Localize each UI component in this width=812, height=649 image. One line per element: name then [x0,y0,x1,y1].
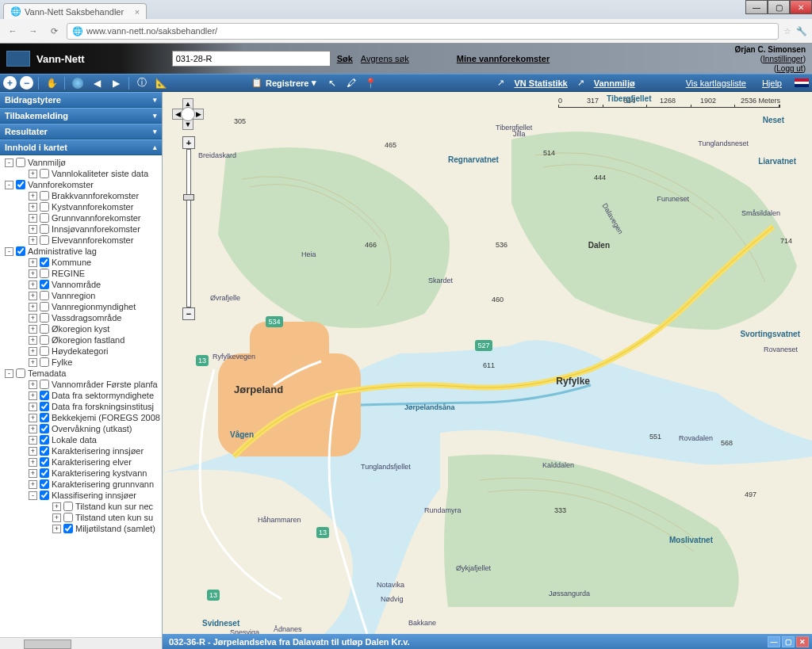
tree-checkbox[interactable] [63,502,73,511]
tree-checkbox[interactable] [40,491,49,500]
nav-forward-button[interactable]: → [25,23,41,39]
hjelp-link[interactable]: Hjelp [762,78,782,88]
tree-expander[interactable]: + [29,281,37,289]
tree-item-tilstand_uten[interactable]: +Tilstand uten kun su [3,512,162,523]
tree-item-kar_kystvann[interactable]: +Karakterisering kystvann [3,468,162,479]
zoom-slider-handle[interactable] [183,194,194,200]
tree-item-kystvann[interactable]: +Kystvannforekomster [3,201,162,212]
tree-checkbox[interactable] [40,224,49,234]
tree-checkbox[interactable] [40,346,49,356]
panel-innhold[interactable]: Innhold i kartet▴ [0,139,162,155]
tree-checkbox[interactable] [40,413,49,422]
tree-item-okoregion_kyst[interactable]: +Økoregion kyst [3,323,162,334]
window-minimize-button[interactable]: — [745,0,768,14]
horizontal-scrollbar[interactable] [0,637,162,649]
tree-checkbox[interactable] [63,524,73,533]
tree-expander[interactable]: + [29,303,37,311]
nav-prev-tool[interactable]: ◀ [89,76,105,90]
nav-back-button[interactable]: ← [5,23,21,39]
tree-item-temadata[interactable]: -Temadata [3,368,162,379]
tree-checkbox[interactable] [40,313,49,323]
tree-checkbox[interactable] [16,180,25,189]
nav-next-tool[interactable]: ▶ [108,76,124,90]
tree-checkbox[interactable] [63,513,73,522]
highlight-tool[interactable]: 🖍 [343,76,359,90]
tree-item-lokale_data[interactable]: +Lokale data [3,434,162,445]
tree-item-kar_innsjoer[interactable]: +Karakterisering innsjøer [3,445,162,456]
tree-expander[interactable]: + [29,458,37,467]
tree-checkbox[interactable] [16,158,25,167]
tree-checkbox[interactable] [40,424,49,433]
tree-expander[interactable]: + [29,269,37,278]
tree-item-vannmiljo[interactable]: -Vannmiljø [3,157,162,168]
window-maximize-button[interactable]: ▢ [768,0,790,14]
pointer-tool[interactable]: ↖ [324,76,340,90]
tree-item-kar_grunnvann[interactable]: +Karakterisering grunnvann [3,479,162,490]
status-close-button[interactable]: ✕ [796,636,809,647]
tree-checkbox[interactable] [40,457,49,467]
tree-checkbox[interactable] [40,380,49,389]
tree-item-okoregion_fastland[interactable]: +Økoregion fastland [3,334,162,345]
vannmiljo-link[interactable]: Vannmiljø [594,78,635,88]
tree-item-overvakning[interactable]: +Overvåkning (utkast) [3,423,162,434]
tree-checkbox[interactable] [40,391,49,400]
search-input[interactable] [172,51,331,67]
tree-expander[interactable]: + [29,325,37,334]
advanced-search-link[interactable]: Avgrens søk [361,54,409,63]
pan-center-button[interactable] [181,107,195,121]
flag-icon[interactable] [795,78,809,87]
tree-expander[interactable]: + [29,358,37,367]
tree-expander[interactable]: + [52,502,61,511]
tree-checkbox[interactable] [40,357,49,367]
globe-tool[interactable] [70,76,86,90]
add-point-tool[interactable]: 📍 [362,76,378,90]
tree-expander[interactable]: + [29,336,37,345]
tree-checkbox[interactable] [40,191,49,200]
zoom-out-button[interactable]: − [182,307,195,320]
tree-item-vannregion[interactable]: +Vannregion [3,290,162,301]
tree-item-vannregionmyndighet[interactable]: +Vannregionmyndighet [3,301,162,312]
tree-expander[interactable]: + [29,380,37,389]
tree-item-vannomrade[interactable]: +Vannområde [3,279,162,290]
tree-checkbox[interactable] [40,258,49,267]
map[interactable]: 534 527 13 13 13 ▲ ▼ ◀ ▶ + − 0 [163,92,812,649]
tree-item-brakkvann[interactable]: +Brakkvannforekomster [3,190,162,201]
tree-checkbox[interactable] [40,302,49,311]
tree-item-administrative[interactable]: -Administrative lag [3,246,162,257]
tree-item-data_forskning[interactable]: +Data fra forskningsinstitusj [3,401,162,412]
tree-item-hoydekategori[interactable]: +Høydekategori [3,345,162,357]
tree-expander[interactable]: - [5,247,13,256]
pan-tool[interactable]: ✋ [44,76,59,90]
tree-expander[interactable]: + [29,403,37,411]
tree-expander[interactable]: + [29,480,37,489]
tree-item-fylke[interactable]: +Fylke [3,357,162,368]
browser-tab[interactable]: 🌐 Vann-Nett Saksbehandler × [3,3,147,19]
settings-link[interactable]: Innstillinger [763,55,803,63]
tree-item-elvevann[interactable]: +Elvevannforekomster [3,235,162,246]
tree-checkbox[interactable] [40,291,49,300]
tree-item-tilstand_sur[interactable]: +Tilstand kun sur nec [3,501,162,512]
tree-item-bekkekjemi[interactable]: +Bekkekjemi (FOREGS 2008 [3,412,162,423]
tree-item-vannomrader_forste[interactable]: +Vannområder Første planfa [3,379,162,390]
tree-expander[interactable]: + [29,292,37,300]
tree-item-miljotilstand[interactable]: +Miljøtilstand (samlet) [3,523,162,534]
zoom-in-tool[interactable]: + [3,76,17,90]
tree-item-klass_innsjoer[interactable]: -Klassifisering innsjøer [3,490,162,501]
bookmark-star-icon[interactable]: ☆ [783,26,791,36]
tree-item-innsjovann[interactable]: +Innsjøvannforekomster [3,223,162,235]
tree-expander[interactable]: + [29,203,37,212]
tree-checkbox[interactable] [40,235,49,245]
measure-tool[interactable]: 📐 [153,76,169,90]
window-close-button[interactable]: ✕ [790,0,812,14]
registrere-menu[interactable]: 📋 Registrere ▾ [247,78,321,88]
tree-expander[interactable]: - [5,369,13,378]
settings-wrench-icon[interactable]: 🔧 [796,26,807,36]
tree-checkbox[interactable] [40,324,49,334]
tree-checkbox[interactable] [40,446,49,456]
tree-checkbox[interactable] [40,468,49,478]
tree-item-grunnvann[interactable]: +Grunnvannforekomster [3,212,162,223]
logout-link[interactable]: Logg ut [776,64,802,73]
tree-expander[interactable]: + [29,469,37,478]
tree-item-regine[interactable]: +REGINE [3,268,162,279]
tree-item-vannforekomster[interactable]: -Vannforekomster [3,179,162,190]
